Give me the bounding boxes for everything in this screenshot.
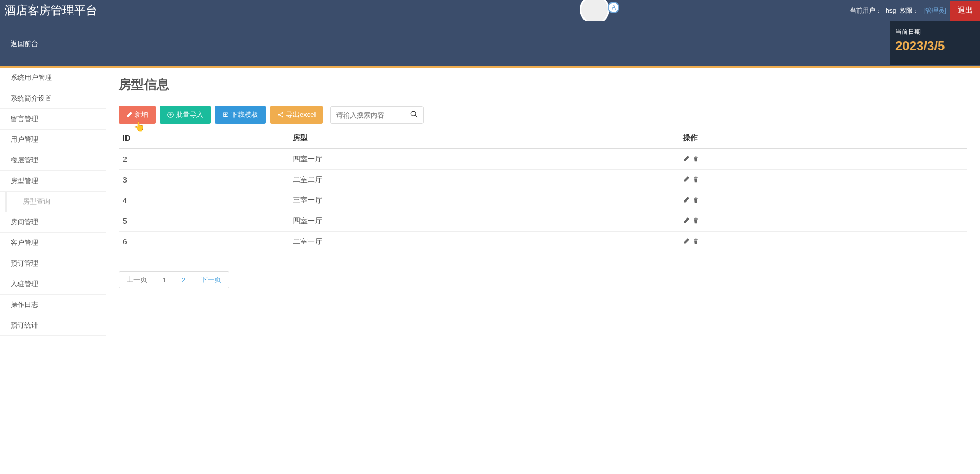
sidebar-item-roomtype-query[interactable]: 房型查询: [5, 192, 106, 212]
svg-point-3: [282, 116, 283, 117]
import-button-label: 批量导入: [176, 110, 203, 120]
cell-id: 6: [119, 232, 289, 252]
sidebar-item-floor[interactable]: 楼层管理: [0, 150, 106, 171]
date-value: 2023/3/5: [895, 39, 975, 53]
avatar-badge: A: [608, 2, 619, 13]
search-icon: [410, 111, 418, 118]
add-button-label: 新增: [134, 110, 148, 120]
search-input[interactable]: [331, 107, 405, 123]
cell-type: 四室一厅: [289, 211, 679, 232]
export-button[interactable]: 导出excel: [270, 106, 323, 124]
download-button[interactable]: 下载模板: [215, 106, 266, 124]
share-icon: [277, 112, 284, 118]
cell-id: 3: [119, 170, 289, 190]
page-1[interactable]: 1: [155, 271, 174, 288]
table-row: 3二室二厅: [119, 170, 967, 190]
current-user-value: hsg: [886, 7, 896, 14]
sidebar-item-checkin[interactable]: 入驻管理: [0, 274, 106, 295]
cell-type: 二室一厅: [289, 232, 679, 252]
export-button-label: 导出excel: [286, 110, 316, 120]
edit-icon[interactable]: [683, 176, 689, 184]
role-value[interactable]: [管理员]: [923, 6, 946, 15]
sidebar-item-log[interactable]: 操作日志: [0, 295, 106, 315]
cell-id: 4: [119, 190, 289, 211]
cell-action: [679, 149, 967, 170]
sidebar-item-reserve-stat[interactable]: 预订统计: [0, 315, 106, 336]
add-button[interactable]: 新增: [119, 106, 156, 124]
cell-action: [679, 211, 967, 232]
top-header: 酒店客房管理平台 A 当前用户： hsg 权限： [管理员] 退出: [0, 0, 980, 21]
back-front-link[interactable]: 返回前台: [11, 21, 65, 67]
role-label: 权限：: [900, 6, 919, 15]
delete-icon[interactable]: [693, 156, 699, 163]
app-title: 酒店客房管理平台: [4, 3, 97, 19]
top-right-info: 当前用户： hsg 权限： [管理员] 退出: [850, 1, 980, 21]
search-button[interactable]: [405, 107, 423, 123]
sidebar-item-message[interactable]: 留言管理: [0, 109, 106, 130]
sub-header: 返回前台 当前日期 2023/3/5: [0, 21, 980, 68]
date-label: 当前日期: [895, 28, 975, 37]
cell-action: [679, 232, 967, 252]
edit-icon[interactable]: [683, 156, 689, 163]
pencil-icon: [126, 112, 132, 118]
delete-icon[interactable]: [693, 197, 699, 205]
cell-id: 5: [119, 211, 289, 232]
table-row: 2四室一厅: [119, 149, 967, 170]
import-button[interactable]: 批量导入: [160, 106, 211, 124]
cell-action: [679, 190, 967, 211]
edit-icon[interactable]: [683, 238, 689, 246]
pagination: 上一页 1 2 下一页: [119, 271, 967, 288]
sidebar-item-reserve[interactable]: 预订管理: [0, 253, 106, 274]
col-type: 房型: [289, 128, 679, 149]
logout-button[interactable]: 退出: [950, 1, 980, 21]
search-group: [330, 106, 424, 124]
sidebar: 系统用户管理 系统简介设置 留言管理 用户管理 楼层管理 房型管理 房型查询 房…: [0, 68, 106, 336]
cell-id: 2: [119, 149, 289, 170]
cell-type: 二室二厅: [289, 170, 679, 190]
sidebar-item-system-intro[interactable]: 系统简介设置: [0, 88, 106, 109]
data-table: ID 房型 操作 2四室一厅3二室二厅4三室一厅5四室一厅6二室一厅: [119, 128, 967, 252]
sidebar-item-roomtype[interactable]: 房型管理: [0, 171, 106, 192]
cell-type: 四室一厅: [289, 149, 679, 170]
page-title: 房型信息: [119, 76, 967, 93]
delete-icon[interactable]: [693, 238, 699, 246]
content-area: 房型信息 新增 批量导入 下载模板 导出excel: [106, 68, 980, 336]
delete-icon[interactable]: [693, 176, 699, 184]
page-prev[interactable]: 上一页: [119, 271, 155, 288]
svg-point-2: [278, 114, 280, 116]
sidebar-item-user[interactable]: 用户管理: [0, 130, 106, 150]
col-action: 操作: [679, 128, 967, 149]
svg-point-1: [282, 112, 283, 114]
table-row: 4三室一厅: [119, 190, 967, 211]
page-next[interactable]: 下一页: [193, 271, 229, 288]
table-row: 6二室一厅: [119, 232, 967, 252]
plus-circle-icon: [167, 112, 174, 118]
date-box: 当前日期 2023/3/5: [890, 21, 980, 65]
col-id: ID: [119, 128, 289, 149]
sidebar-item-system-user[interactable]: 系统用户管理: [0, 68, 106, 88]
edit-icon[interactable]: [683, 197, 689, 205]
current-user-label: 当前用户：: [850, 6, 882, 15]
cell-type: 三室一厅: [289, 190, 679, 211]
edit-icon[interactable]: [683, 217, 689, 225]
download-icon: [222, 112, 229, 118]
delete-icon[interactable]: [693, 217, 699, 225]
sidebar-item-customer[interactable]: 客户管理: [0, 233, 106, 253]
toolbar: 新增 批量导入 下载模板 导出excel: [119, 106, 967, 124]
sidebar-item-room[interactable]: 房间管理: [0, 212, 106, 233]
table-header-row: ID 房型 操作: [119, 128, 967, 149]
svg-point-4: [411, 111, 416, 116]
table-row: 5四室一厅: [119, 211, 967, 232]
download-button-label: 下载模板: [231, 110, 258, 120]
cell-action: [679, 170, 967, 190]
page-2[interactable]: 2: [174, 271, 193, 288]
